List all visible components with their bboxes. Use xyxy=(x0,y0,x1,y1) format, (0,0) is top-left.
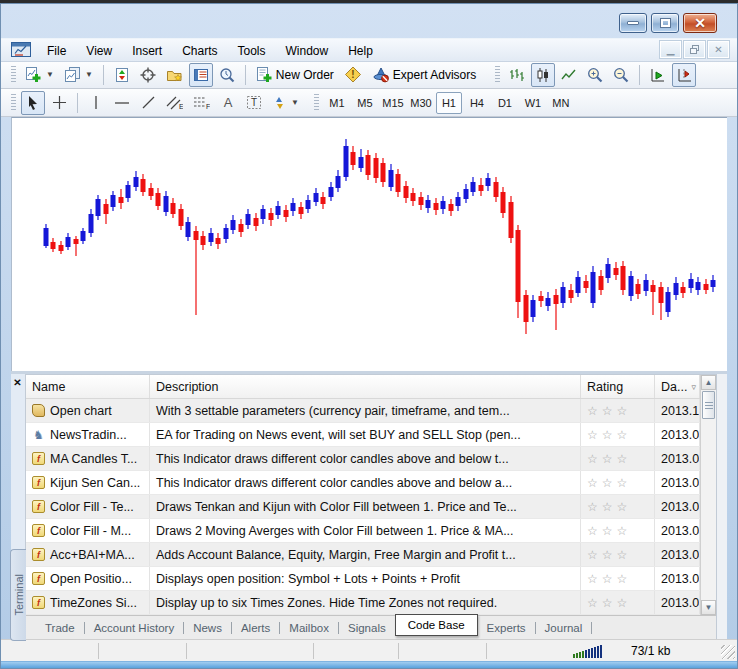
menu-item-file[interactable]: File xyxy=(37,41,76,61)
cursor-arrow-icon xyxy=(26,95,40,110)
tab-separator xyxy=(591,622,592,634)
resize-grip[interactable] xyxy=(721,645,735,659)
menu-item-insert[interactable]: Insert xyxy=(122,41,172,61)
cell-date: 2013.0... xyxy=(655,567,700,590)
toolbar-grip[interactable] xyxy=(495,66,500,84)
chart-area[interactable] xyxy=(11,117,727,371)
menu-item-help[interactable]: Help xyxy=(338,41,383,61)
crosshair-button[interactable] xyxy=(47,91,71,115)
text-button[interactable]: A xyxy=(216,91,240,115)
timeframe-m30[interactable]: M30 xyxy=(408,92,434,114)
arrows-button[interactable]: ▼ xyxy=(268,91,303,115)
text-label-button[interactable]: T xyxy=(242,91,266,115)
fibonacci-button[interactable]: F xyxy=(189,91,214,115)
codebase-row[interactable]: fKijun Sen Can...This Indicator draws di… xyxy=(26,471,700,495)
scroll-up-button[interactable]: ▲ xyxy=(701,375,716,390)
codebase-table-header[interactable]: NameDescriptionRatingDa...▿ xyxy=(26,375,700,399)
codebase-row[interactable]: fAcc+BAI+MA...Adds Account Balance, Equi… xyxy=(26,543,700,567)
row-name-text: MA Candles T... xyxy=(50,452,137,466)
column-header-name[interactable]: Name xyxy=(26,375,150,398)
terminal-vertical-tab[interactable]: Terminal xyxy=(10,549,26,641)
new-chart-icon xyxy=(25,67,42,83)
mdi-close-button[interactable]: ✕ xyxy=(708,41,729,58)
toolbar-standard: ▼ ▼ New Order ! xyxy=(1,62,737,90)
scrollbar-track[interactable] xyxy=(701,420,716,600)
codebase-row[interactable]: ♞NewsTradin...EA for Trading on News eve… xyxy=(26,423,700,447)
strategy-tester-button[interactable] xyxy=(215,63,239,87)
bar-chart-button[interactable] xyxy=(505,63,529,87)
cell-name: fTimeZones Si... xyxy=(26,591,150,614)
close-button[interactable]: ✕ xyxy=(683,13,717,33)
timeframe-w1[interactable]: W1 xyxy=(520,92,546,114)
tab-news[interactable]: News xyxy=(184,619,231,637)
timeframe-m5[interactable]: M5 xyxy=(352,92,378,114)
trendline-button[interactable] xyxy=(136,91,160,115)
codebase-row[interactable]: fOpen Positio...Displays open position: … xyxy=(26,567,700,591)
mdi-minimize-button[interactable]: ▁ xyxy=(660,41,681,58)
minimize-button[interactable] xyxy=(619,13,647,33)
timeframe-m1[interactable]: M1 xyxy=(324,92,350,114)
svg-text:!: ! xyxy=(351,69,354,80)
menu-item-view[interactable]: View xyxy=(76,41,122,61)
terminal-close-button[interactable]: ✕ xyxy=(11,376,24,389)
cursor-button[interactable] xyxy=(21,91,45,115)
tab-account-history[interactable]: Account History xyxy=(85,619,184,637)
new-order-button[interactable]: New Order xyxy=(252,63,338,87)
vertical-line-button[interactable] xyxy=(84,91,108,115)
tab-signals[interactable]: Signals xyxy=(339,619,395,637)
scrollbar-thumb[interactable] xyxy=(702,391,715,419)
expert-advisors-button[interactable]: Expert Advisors xyxy=(368,63,480,87)
timeframe-d1[interactable]: D1 xyxy=(492,92,518,114)
timeframe-m15[interactable]: M15 xyxy=(380,92,406,114)
profiles-button[interactable]: ▼ xyxy=(60,63,97,87)
line-chart-button[interactable] xyxy=(557,63,581,87)
codebase-row[interactable]: Open chartWith 3 settable parameters (cu… xyxy=(26,399,700,423)
titlebar[interactable]: ✕ xyxy=(1,4,737,38)
auto-scroll-button[interactable] xyxy=(646,63,670,87)
scroll-down-button[interactable]: ▼ xyxy=(701,600,716,615)
navigator-button[interactable] xyxy=(162,63,187,87)
column-header-description[interactable]: Description xyxy=(150,375,581,398)
metaeditor-button[interactable]: ! xyxy=(340,63,366,87)
chart-shift-button[interactable] xyxy=(672,63,696,87)
terminal-button[interactable] xyxy=(189,63,213,87)
column-header-rating[interactable]: Rating xyxy=(581,375,655,398)
timeframe-h4[interactable]: H4 xyxy=(464,92,490,114)
menu-item-tools[interactable]: Tools xyxy=(228,41,276,61)
zoom-out-button[interactable] xyxy=(609,63,633,87)
candlestick-chart-button[interactable] xyxy=(531,63,555,87)
codebase-row[interactable]: fTimeZones Si...Display up to six Times … xyxy=(26,591,700,615)
row-name-text: Acc+BAI+MA... xyxy=(50,548,135,562)
tab-journal[interactable]: Journal xyxy=(536,619,592,637)
toolbar-grip[interactable] xyxy=(314,94,319,112)
column-header-da[interactable]: Da...▿ xyxy=(655,375,700,398)
codebase-row[interactable]: fColor Fill - Te...Draws Tenkan and Kiju… xyxy=(26,495,700,519)
toolbar-grip[interactable] xyxy=(11,66,16,84)
menubar: FileViewInsertChartsToolsWindowHelp ▁ ✕ xyxy=(1,38,737,62)
zoom-in-button[interactable] xyxy=(583,63,607,87)
timeframe-mn[interactable]: MN xyxy=(548,92,574,114)
tab-alerts[interactable]: Alerts xyxy=(232,619,279,637)
data-window-button[interactable] xyxy=(136,63,160,87)
vertical-scrollbar[interactable]: ▲ ▼ xyxy=(700,375,716,615)
equidistant-channel-button[interactable]: E xyxy=(162,91,187,115)
triangle-down-icon: ▼ xyxy=(705,603,713,612)
zoom-out-icon xyxy=(613,67,629,83)
tab-mailbox[interactable]: Mailbox xyxy=(280,619,338,637)
codebase-row[interactable]: fColor Fill - M...Draws 2 Moving Averges… xyxy=(26,519,700,543)
restore-button[interactable] xyxy=(651,13,679,33)
tab-experts[interactable]: Experts xyxy=(478,619,535,637)
horizontal-line-button[interactable] xyxy=(110,91,134,115)
sort-desc-icon: ▿ xyxy=(691,382,696,392)
toolbar-grip[interactable] xyxy=(11,94,16,112)
market-watch-button[interactable] xyxy=(110,63,134,87)
mdi-restore-button[interactable] xyxy=(684,41,705,58)
menu-item-charts[interactable]: Charts xyxy=(172,41,227,61)
tab-code-base[interactable]: Code Base xyxy=(395,614,478,636)
new-chart-button[interactable]: ▼ xyxy=(21,63,58,87)
codebase-row[interactable]: fMA Candles T...This Indicator draws dif… xyxy=(26,447,700,471)
timeframe-h1[interactable]: H1 xyxy=(436,92,462,114)
menu-item-window[interactable]: Window xyxy=(276,41,339,61)
tab-trade[interactable]: Trade xyxy=(36,619,84,637)
chevron-down-icon: ▼ xyxy=(85,70,93,79)
